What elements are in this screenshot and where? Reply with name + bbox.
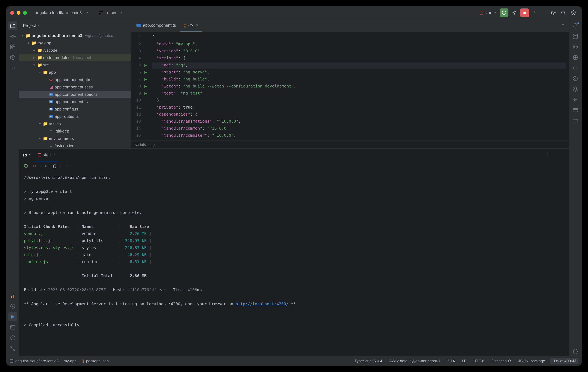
aws-status[interactable]: AWS: default@ap-northeast-1 — [388, 359, 442, 363]
layers-tool-button[interactable] — [571, 85, 580, 94]
output-more-button[interactable] — [63, 162, 70, 170]
scroll-to-end-button[interactable] — [43, 162, 50, 170]
svg-point-23 — [548, 154, 548, 154]
tree-item[interactable]: ≡favicon.ico — [19, 142, 131, 149]
keymap-button[interactable] — [571, 116, 580, 125]
editor-tab[interactable]: {}<>× — [180, 19, 202, 32]
indent-settings[interactable]: 2 spaces ⚙ — [490, 359, 513, 363]
tree-item-root[interactable]: ▾📁angular-cloudflare-iemie3~/go/src/gith… — [19, 32, 131, 39]
build-tool-button[interactable] — [571, 74, 580, 83]
tree-item[interactable]: ▾📁my-app — [19, 39, 131, 47]
braces-tool-button[interactable] — [571, 347, 580, 356]
chevron-down-icon[interactable]: ▾ — [121, 11, 122, 15]
typescript-version[interactable]: TypeScript 5.0.4 — [353, 359, 384, 363]
editor-area: TSapp.component.ts{}<>× ✓ 12345678910111… — [131, 19, 569, 149]
chevron-down-icon[interactable]: ▾ — [86, 11, 88, 15]
stop-button[interactable] — [31, 162, 38, 170]
project-tool-button[interactable] — [8, 21, 17, 30]
run-more-button[interactable] — [544, 151, 553, 159]
rerun-button[interactable] — [22, 162, 30, 170]
titlebar: angular-cloudflare-iemie3 ▾ main ▾ start… — [6, 6, 582, 19]
problems-tool-button[interactable] — [8, 333, 17, 342]
tree-item[interactable]: ▾📁src — [19, 61, 131, 69]
json-schema[interactable]: JSON: package — [517, 359, 547, 363]
debug-button[interactable] — [510, 9, 519, 17]
svg-point-24 — [548, 155, 548, 155]
settings-button[interactable] — [569, 9, 578, 17]
path-segment[interactable]: my-app — [64, 359, 76, 363]
tree-item[interactable]: ▾📁assets — [19, 120, 131, 127]
project-tree[interactable]: ▾📁angular-cloudflare-iemie3~/go/src/gith… — [19, 32, 131, 149]
cursor-position[interactable]: 5:14 — [446, 359, 456, 363]
more-actions-button[interactable] — [530, 9, 539, 17]
terminal-side-button[interactable] — [571, 106, 580, 115]
tree-item[interactable]: ▸📁environments — [19, 135, 131, 142]
project-name[interactable]: angular-cloudflare-iemie3 — [35, 10, 82, 15]
editor-tab[interactable]: TSapp.component.ts — [133, 19, 180, 32]
more-tools-button[interactable] — [8, 63, 17, 72]
package-tool-button[interactable] — [8, 53, 17, 62]
path-segment[interactable]: package.json — [86, 359, 109, 363]
editor-content[interactable]: { "name": "my-app", "version": "0.0.0", … — [149, 32, 569, 141]
clear-button[interactable] — [51, 162, 58, 170]
search-everywhere-button[interactable] — [559, 9, 567, 17]
branch-name[interactable]: main — [107, 10, 116, 15]
svg-rect-22 — [38, 153, 41, 156]
services-tool-button[interactable] — [8, 302, 17, 311]
run-configuration-selector[interactable]: start ▾ — [477, 10, 498, 16]
chevron-down-icon[interactable]: ▾ — [38, 24, 39, 27]
aws-toolkit-button[interactable] — [571, 53, 580, 62]
svg-rect-26 — [33, 165, 35, 167]
endpoints-tool-button[interactable] — [571, 95, 580, 104]
svg-point-31 — [573, 45, 578, 49]
ai-assistant-button[interactable] — [571, 42, 580, 51]
editor-breadcrumb[interactable]: scripts › ng — [131, 141, 569, 149]
window-minimize-button[interactable] — [17, 11, 21, 15]
path-segment[interactable]: angular-cloudflare-iemie3 — [15, 359, 59, 363]
tree-item[interactable]: TSapp.component.spec.ts — [19, 91, 131, 98]
database-tool-button[interactable] — [571, 32, 580, 41]
stop-button[interactable] — [520, 9, 529, 17]
minimize-panel-button[interactable] — [556, 151, 565, 159]
commit-tool-button[interactable] — [8, 32, 17, 41]
editor-gutter-play[interactable]: ▶▶▶▶▶ — [144, 32, 149, 141]
close-icon[interactable]: × — [196, 23, 198, 27]
run-tab-start[interactable]: start × — [34, 149, 58, 161]
svg-point-7 — [535, 12, 535, 13]
codewhisperer-button[interactable] — [571, 63, 580, 72]
tree-item[interactable]: TSapp.config.ts — [19, 105, 131, 113]
rerun-button[interactable] — [500, 9, 508, 17]
tree-item[interactable]: ≡.gitkeep — [19, 127, 131, 135]
file-encoding[interactable]: UTF-8 — [472, 359, 486, 363]
svg-point-12 — [12, 35, 14, 37]
tree-item[interactable]: ▾📁app — [19, 69, 131, 76]
svg-point-10 — [561, 11, 565, 14]
terminal-tool-button[interactable] — [8, 323, 17, 332]
coverage-tool-button[interactable] — [8, 291, 17, 300]
tree-item[interactable]: TSapp.component.ts — [19, 98, 131, 105]
tree-item[interactable]: ◢app.component.scss — [19, 83, 131, 91]
run-output[interactable]: /Users/teruhiro/.n/bin/npm run start > m… — [19, 171, 569, 356]
tree-item[interactable]: <>app.component.html — [19, 76, 131, 83]
window-close-button[interactable] — [10, 11, 14, 15]
line-ending[interactable]: LF — [460, 359, 468, 363]
breadcrumb-item[interactable]: scripts — [135, 142, 146, 147]
statusbar-path[interactable]: angular-cloudflare-iemie3 › my-app › {} … — [10, 359, 109, 363]
notifications-button[interactable] — [571, 21, 580, 30]
svg-point-18 — [14, 68, 15, 69]
run-tool-button[interactable] — [8, 312, 17, 321]
memory-indicator[interactable]: 939 of 4096M — [550, 358, 578, 364]
git-tool-button[interactable] — [8, 344, 17, 353]
breadcrumb-item[interactable]: ng — [150, 142, 155, 147]
svg-rect-49 — [10, 360, 13, 362]
editor-gutter: 12345678910111213141516 — [131, 32, 144, 141]
svg-point-35 — [575, 78, 576, 79]
tree-item[interactable]: ▸📁node_moduleslibrary root — [19, 54, 131, 61]
window-maximize-button[interactable] — [23, 11, 27, 15]
tree-item[interactable]: TSapp.routes.ts — [19, 113, 131, 120]
code-with-me-button[interactable] — [549, 9, 557, 17]
structure-tool-button[interactable] — [8, 42, 17, 51]
problems-indicator[interactable]: ✓ — [562, 21, 566, 27]
close-icon[interactable]: × — [53, 153, 55, 157]
tree-item[interactable]: ▸📁.vscode — [19, 47, 131, 54]
